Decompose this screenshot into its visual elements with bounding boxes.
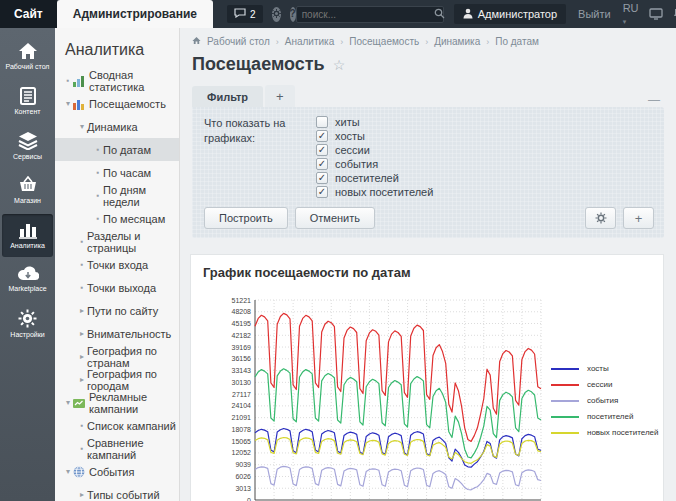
svg-text:45195: 45195 (232, 320, 252, 327)
tab-site[interactable]: Сайт (0, 0, 57, 28)
language-selector[interactable]: RU ▾ (623, 2, 639, 26)
checkbox-unchecked[interactable] (316, 116, 328, 128)
breadcrumb-item[interactable]: Динамика (434, 36, 480, 47)
rail-item-home[interactable]: Рабочий стол (2, 35, 53, 78)
page-title: Посещаемость (192, 54, 325, 75)
sidebar-item-label: Точки входа (87, 259, 148, 271)
gear-icon (595, 212, 607, 224)
rail-item-label: Сервисы (13, 153, 42, 162)
sidebar-item[interactable]: ▸Пути по сайту (55, 299, 179, 322)
sidebar-item[interactable]: ▪Сравнение кампаний (55, 437, 179, 460)
sidebar-item[interactable]: ▾Посещаемость (55, 92, 179, 115)
sidebar-item[interactable]: ▾Динамика (55, 115, 179, 138)
svg-text:3013: 3013 (235, 485, 251, 492)
search-icon[interactable] (434, 5, 445, 23)
square-marker-icon: ▪ (77, 237, 87, 246)
sidebar-item[interactable]: ▾Рекламные кампании (55, 391, 179, 414)
filter-tab[interactable]: Фильтр (192, 86, 263, 107)
sidebar-title: Аналитика (65, 41, 179, 59)
sidebar-item[interactable]: ▪Список кампаний (55, 414, 179, 437)
sidebar-item[interactable]: ▾События (55, 460, 179, 483)
breadcrumb-item[interactable]: Аналитика (285, 36, 335, 47)
sidebar-item-label: Рекламные кампании (89, 391, 179, 415)
filter-option: ✓посетителей (316, 172, 433, 184)
sidebar-item[interactable]: ▪Сводная статистика (55, 69, 179, 92)
checkbox-checked[interactable]: ✓ (316, 144, 328, 156)
filter-option-label: хосты (335, 130, 365, 142)
svg-text:18078: 18078 (232, 426, 252, 433)
pin-panel-button[interactable] (673, 8, 676, 21)
sidebar-item[interactable]: ▪Точки выхода (55, 276, 179, 299)
checkbox-checked[interactable]: ✓ (316, 186, 328, 198)
sidebar-tree: ▪Сводная статистика▾Посещаемость▾Динамик… (55, 69, 179, 501)
add-field-button[interactable]: + (623, 207, 654, 229)
favorite-star-icon[interactable]: ☆ (333, 57, 346, 73)
sidebar-item[interactable]: ▪По дням недели (55, 184, 179, 207)
sidebar-item-label: Динамика (87, 121, 138, 133)
sidebar-item-label: Разделы и страницы (87, 230, 179, 254)
build-button[interactable]: Построить (204, 207, 288, 229)
cancel-button[interactable]: Отменить (295, 207, 375, 229)
tab-admin[interactable]: Администрирование (57, 0, 213, 28)
sidebar-item[interactable]: ▪По датам (55, 138, 179, 161)
breadcrumb-item[interactable]: Посещаемость (349, 36, 419, 47)
filter-option-label: новых посетителей (335, 186, 433, 198)
sidebar-item-label: Внимательность (87, 328, 171, 340)
checkbox-checked[interactable]: ✓ (316, 158, 328, 170)
svg-text:24104: 24104 (232, 402, 252, 409)
chevron-down-icon: ▾ (623, 18, 627, 25)
breadcrumb-item[interactable]: По датам (495, 36, 539, 47)
user-button[interactable]: Администратор (454, 4, 566, 24)
breadcrumb: Рабочий стол›Аналитика›Посещаемость›Дина… (180, 28, 676, 51)
filter-settings-button[interactable] (585, 207, 616, 229)
legend-item: хосты (551, 364, 659, 373)
collapsed-marker-icon: ▸ (77, 375, 87, 384)
svg-text:15065: 15065 (232, 438, 252, 445)
sidebar-item[interactable]: ▸География по городам (55, 368, 179, 391)
minimize-filter-button[interactable]: — (644, 93, 664, 107)
checkbox-checked[interactable]: ✓ (316, 130, 328, 142)
rail-item-gear[interactable]: Настройки (2, 302, 53, 346)
sidebar-item[interactable]: ▪По часам (55, 161, 179, 184)
square-marker-icon: ▪ (77, 444, 87, 453)
user-icon (463, 8, 473, 21)
help-round-button[interactable]: ? (290, 7, 296, 22)
sidebar-item[interactable]: ▪Точки входа (55, 253, 179, 276)
square-marker-icon: ▪ (77, 421, 87, 430)
rail-item-barchart[interactable]: Аналитика (2, 214, 53, 257)
rail-item-cloud[interactable]: Marketplace (2, 259, 53, 300)
logout-link[interactable]: Выйти (578, 8, 611, 20)
gear-icon (18, 309, 37, 328)
search-input[interactable] (302, 9, 434, 20)
sidebar-item-label: Сводная статистика (89, 69, 179, 93)
breadcrumb-item[interactable]: Рабочий стол (207, 36, 270, 47)
breadcrumb-separator: › (340, 37, 343, 47)
sidebar-item-label: По дням недели (103, 184, 179, 208)
sidebar-item[interactable]: ▸Внимательность (55, 322, 179, 345)
rail-item-label: Рабочий стол (6, 63, 50, 72)
barchart-icon (19, 221, 37, 239)
legend-label: новых посетителей (587, 428, 659, 437)
rail-item-label: Аналитика (10, 242, 45, 251)
search-box[interactable] (296, 6, 444, 23)
checkbox-checked[interactable]: ✓ (316, 172, 328, 184)
svg-text:33143: 33143 (232, 367, 252, 374)
sidebar-item[interactable]: ▪Разделы и страницы (55, 230, 179, 253)
rail-item-layers[interactable]: Сервисы (2, 125, 53, 168)
home-icon[interactable] (192, 36, 201, 47)
collapsed-marker-icon: ▸ (77, 306, 87, 315)
square-marker-icon: ▪ (93, 191, 103, 200)
add-filter-tab-button[interactable]: + (265, 85, 295, 107)
site-view-button[interactable] (649, 8, 663, 20)
square-marker-icon: ▪ (77, 260, 87, 269)
legend-item: новых посетителей (551, 428, 659, 437)
settings-round-button[interactable] (272, 7, 281, 22)
sidebar-item[interactable]: ▸Типы событий (55, 483, 179, 501)
rail-item-cart[interactable]: Магазин (2, 169, 53, 212)
rail-item-content[interactable]: Контент (2, 80, 53, 123)
sidebar-item[interactable]: ▸География по странам (55, 345, 179, 368)
notifications-button[interactable]: 2 (227, 5, 263, 23)
legend-item: посетителей (551, 412, 659, 421)
sidebar-item[interactable]: ▪По месяцам (55, 207, 179, 230)
expanded-marker-icon: ▾ (63, 398, 73, 407)
